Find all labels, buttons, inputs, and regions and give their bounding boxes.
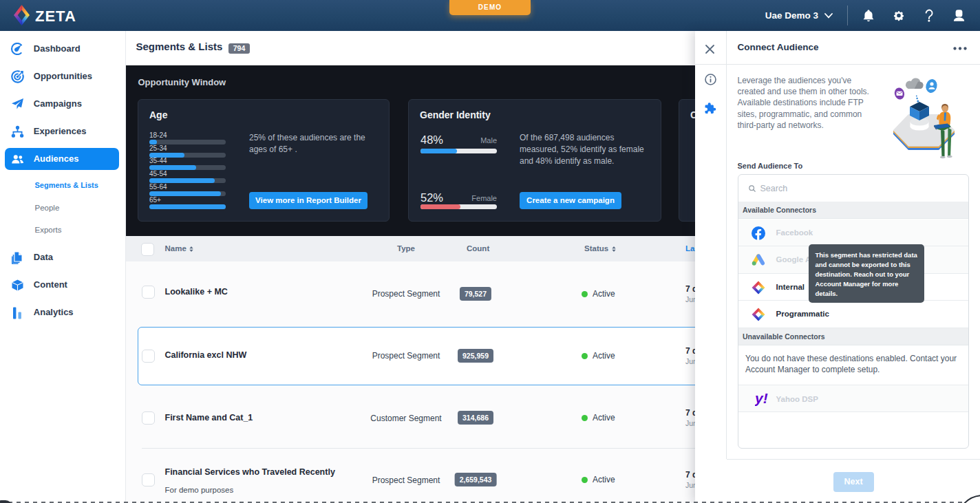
svg-text:y!: y! xyxy=(755,391,768,406)
